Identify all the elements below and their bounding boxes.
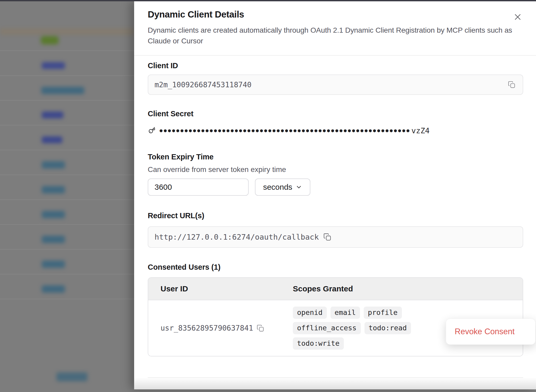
- scope-badge: todo:write: [293, 337, 344, 350]
- background-row-divider: [0, 274, 134, 274]
- blurred-background-item: [42, 285, 65, 293]
- background-row-divider: [0, 150, 134, 150]
- redirect-urls-label: Redirect URL(s): [148, 211, 523, 220]
- scope-badge: openid: [293, 307, 327, 319]
- token-expiry-unit-select[interactable]: seconds: [255, 178, 310, 196]
- blurred-background-item: [42, 236, 65, 243]
- redirect-url-field: http://127.0.0.1:6274/oauth/callback: [148, 226, 523, 248]
- column-header-user-id: User ID: [148, 284, 293, 293]
- background-row-divider: [0, 75, 134, 76]
- table-header-row: User ID Scopes Granted: [148, 278, 523, 300]
- client-secret-suffix: vzZ4: [411, 126, 430, 135]
- background-row-divider: [0, 175, 134, 175]
- column-header-scopes: Scopes Granted: [293, 284, 523, 293]
- blurred-background-item: [42, 186, 65, 193]
- blurred-background-item: [42, 62, 65, 69]
- blurred-background-item: [42, 261, 65, 268]
- blurred-background-item: [41, 87, 84, 94]
- client-secret-row: ••••••••••••••••••••••••••••••••••••••••…: [148, 125, 523, 136]
- user-id-cell: usr_83562895790637841: [148, 322, 293, 334]
- background-row-divider: [0, 100, 134, 101]
- copy-icon: [508, 80, 516, 89]
- background-row-divider: [0, 299, 134, 299]
- blurred-background-item: [42, 211, 65, 218]
- token-expiry-controls: seconds: [148, 178, 523, 196]
- dialog-footer: Save Close: [148, 377, 523, 392]
- token-expiry-input[interactable]: [148, 178, 249, 196]
- chevron-down-icon: [295, 184, 302, 191]
- blurred-background-item: [42, 161, 65, 169]
- user-id-value: usr_83562895790637841: [161, 324, 253, 332]
- blurred-background-item: [42, 136, 62, 143]
- blurred-background-item: [56, 372, 87, 381]
- blurred-background-item: [42, 112, 63, 118]
- scope-badge: offline_access: [293, 322, 361, 334]
- client-secret-label: Client Secret: [148, 109, 523, 118]
- background-row-divider: [0, 224, 134, 225]
- client-id-label: Client ID: [148, 61, 523, 70]
- close-icon: [514, 13, 522, 21]
- key-icon: [148, 127, 156, 135]
- dynamic-client-details-dialog: Dynamic Client Details Dynamic clients a…: [134, 1, 536, 389]
- scope-badge: todo:read: [364, 322, 411, 334]
- scope-badge: email: [330, 307, 360, 319]
- background-row-divider: [0, 125, 134, 125]
- close-dialog-button[interactable]: [512, 11, 523, 23]
- scope-badge: profile: [364, 307, 402, 319]
- dialog-description: Dynamic clients are created automaticall…: [148, 25, 522, 46]
- blurred-background-item: [0, 28, 134, 35]
- copy-user-id-button[interactable]: [255, 322, 266, 334]
- dialog-header: Dynamic Client Details Dynamic clients a…: [134, 1, 536, 56]
- copy-icon: [256, 324, 265, 332]
- background-row-divider: [0, 249, 134, 250]
- client-id-value: m2m_100926687453118740: [155, 80, 252, 89]
- consented-users-label: Consented Users (1): [148, 263, 523, 272]
- token-expiry-label: Token Expiry Time: [148, 153, 523, 161]
- blurred-background-item: [41, 36, 59, 44]
- revoke-consent-menu-item[interactable]: Revoke Consent: [455, 327, 515, 336]
- token-expiry-unit-value: seconds: [263, 183, 292, 192]
- background-row-divider: [0, 199, 134, 200]
- copy-client-id-button[interactable]: [506, 79, 517, 90]
- copy-icon: [323, 233, 332, 241]
- dialog-title: Dynamic Client Details: [148, 9, 522, 20]
- client-secret-masked-value: ••••••••••••••••••••••••••••••••••••••••…: [159, 127, 410, 135]
- redirect-url-value: http://127.0.0.1:6274/oauth/callback: [155, 233, 319, 241]
- background-row-divider: [0, 50, 134, 51]
- copy-redirect-url-button[interactable]: [322, 231, 333, 243]
- row-actions-menu: Revoke Consent: [446, 319, 535, 345]
- window-top-bar: [0, 0, 536, 1]
- token-expiry-helper: Can override from server token expiry ti…: [148, 165, 523, 174]
- client-id-field: m2m_100926687453118740: [148, 74, 523, 95]
